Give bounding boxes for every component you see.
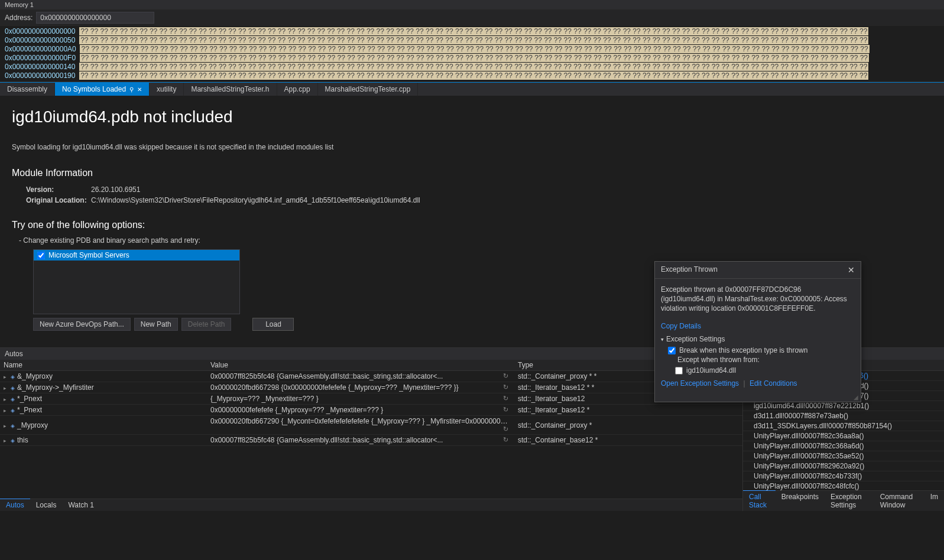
callstack-footer-tab[interactable]: Call Stack [743,490,776,511]
exception-title-bar[interactable]: Exception Thrown ✕ [655,262,861,279]
autos-row[interactable]: ▸◈*_Pnext{_Myproxy=??? _Mynextiter=??? }… [0,393,742,405]
page-message: Symbol loading for igd10iumd64.dll was s… [12,143,932,151]
callstack-footer-tab[interactable]: Im [924,491,944,511]
autos-row[interactable]: ▸◈&_Myproxy0x00007ff825b5fc48 {GameAssem… [0,371,742,382]
callstack-footer-tab[interactable]: Exception Settings [825,491,874,511]
autos-footer-tabs: AutosLocalsWatch 1 [0,499,742,511]
autos-col-name[interactable]: Name [0,360,207,370]
origloc-value: C:\Windows\System32\DriverStore\FileRepo… [91,196,420,204]
delete-path-button[interactable]: Delete Path [181,318,232,331]
memory-row[interactable]: 0x0000000000000050 ?? ?? ?? ?? ?? ?? ?? … [5,36,944,45]
callstack-row[interactable]: UnityPlayer.dll!00007ff82c36aa8a() [743,431,944,441]
autos-row[interactable]: ▸◈_Myproxy0x0000020fbd667290 {_Mycont=0x… [0,416,742,435]
memory-address-row: Address: [0,9,944,26]
break-on-exception-checkbox[interactable] [668,347,676,354]
autos-row[interactable]: ▸◈*_Pnext0x00000000fefefefe {_Myproxy=??… [0,405,742,416]
break-on-exception-label: Break when this exception type is thrown [679,346,807,355]
callstack-row[interactable]: d3d11_3SDKLayers.dll!00007ff850b87154() [743,421,944,431]
callstack-footer-tab[interactable]: Breakpoints [776,491,825,511]
document-tab[interactable]: xutility [150,83,184,96]
memory-row[interactable]: 0x00000000000000A0 ?? ?? ?? ?? ?? ?? ?? … [5,45,944,54]
option-change-paths: Change existing PDB and binary search pa… [26,236,932,245]
version-label: Version: [26,184,91,195]
callstack-row[interactable]: igd10iumd64.dll!00007ff87e2212b1() [743,401,944,411]
autos-grid-body[interactable]: ▸◈&_Myproxy0x00007ff825b5fc48 {GameAssem… [0,371,742,499]
copy-details-link[interactable]: Copy Details [661,322,701,330]
symbol-path-label: Microsoft Symbol Servers [48,251,129,259]
module-info: Version:26.20.100.6951 Original Location… [26,184,932,206]
options-list: Change existing PDB and binary search pa… [26,236,932,245]
memory-row[interactable]: 0x0000000000000000 ?? ?? ?? ?? ?? ?? ?? … [5,27,944,36]
edit-conditions-link[interactable]: Edit Conditions [750,379,797,388]
new-azure-path-button[interactable]: New Azure DevOps Path... [33,318,131,331]
resize-grip-icon[interactable]: ◢ [655,394,861,402]
autos-panel-header: Autos ▾ 📌 ✕ [0,348,742,360]
autos-title: Autos [5,350,23,358]
module-info-heading: Module Information [12,168,932,178]
callstack-row[interactable]: UnityPlayer.dll!00007ff829620a92() [743,461,944,471]
autos-footer-tab[interactable]: Watch 1 [62,499,100,511]
callstack-row[interactable]: UnityPlayer.dll!00007ff82c368a6d() [743,441,944,451]
document-tab[interactable]: No Symbols Loaded⚲✕ [55,83,150,96]
new-path-button[interactable]: New Path [134,318,178,331]
symbol-path-item[interactable]: Microsoft Symbol Servers [34,250,239,261]
except-module-label: igd10iumd64.dll [686,366,736,375]
except-when-label: Except when thrown from: [677,355,855,364]
autos-col-value[interactable]: Value [207,360,514,370]
tab-close-icon[interactable]: ✕ [137,86,142,93]
callstack-footer-tabs: Call StackBreakpointsException SettingsC… [743,490,944,511]
autos-row[interactable]: ▸◈&_Myproxy->_Myfirstiter0x0000020fbd667… [0,382,742,393]
symbol-path-list[interactable]: Microsoft Symbol Servers [33,249,240,314]
memory-panel: Memory 1 Address: 0x0000000000000000 ?? … [0,0,944,82]
callstack-row[interactable]: d3d11.dll!00007ff887e73aeb() [743,411,944,421]
autos-footer-tab[interactable]: Autos [0,499,30,511]
except-module-checkbox[interactable] [675,367,683,375]
memory-address-label: Address: [5,14,33,22]
callstack-footer-tab[interactable]: Command Window [874,491,924,511]
callstack-row[interactable]: UnityPlayer.dll!00007ff82c35ae52() [743,451,944,461]
origloc-label: Original Location: [26,195,91,206]
document-tab[interactable]: MarshalledStringTester.cpp [318,83,419,96]
page-heading: igd10iumd64.pdb not included [12,108,932,126]
memory-address-input[interactable] [36,12,154,24]
document-tab[interactable]: Disassembly [0,83,55,96]
exception-message: Exception thrown at 0x00007FF87DCD6C96 (… [661,285,855,313]
exception-settings-section: Exception Settings Break when this excep… [661,334,855,388]
symbol-path-checkbox[interactable] [37,252,45,259]
try-options-heading: Try one of the following options: [12,220,932,230]
autos-footer-tab[interactable]: Locals [30,499,63,511]
exception-close-button[interactable]: ✕ [848,265,855,275]
document-tab[interactable]: App.cpp [277,83,318,96]
exception-title: Exception Thrown [661,265,718,275]
autos-grid-header: Name Value Type [0,360,742,371]
version-value: 26.20.100.6951 [91,185,140,194]
memory-row[interactable]: 0x00000000000000F0 ?? ?? ?? ?? ?? ?? ?? … [5,54,944,63]
autos-row[interactable]: ▸◈this0x00007ff825b5fc48 {GameAssembly.d… [0,435,742,446]
callstack-row[interactable]: UnityPlayer.dll!00007ff82c48fcfc() [743,481,944,490]
exception-settings-header[interactable]: Exception Settings [661,334,855,344]
memory-row[interactable]: 0x0000000000000190 ?? ?? ?? ?? ?? ?? ?? … [5,71,944,80]
document-tab-strip: DisassemblyNo Symbols Loaded⚲✕xutilityMa… [0,82,944,96]
memory-panel-title: Memory 1 [0,0,944,9]
memory-row[interactable]: 0x0000000000000140 ?? ?? ?? ?? ?? ?? ?? … [5,63,944,71]
autos-panel: Autos ▾ 📌 ✕ Name Value Type ▸◈&_Myproxy0… [0,348,743,511]
main-area: igd10iumd64.pdb not included Symbol load… [0,96,944,347]
open-exception-settings-link[interactable]: Open Exception Settings [661,379,739,388]
document-tab[interactable]: MarshalledStringTester.h [184,83,277,96]
callstack-row[interactable]: UnityPlayer.dll!00007ff82c4b733f() [743,471,944,481]
exception-body: Exception thrown at 0x00007FF87DCD6C96 (… [655,279,861,394]
exception-popup: Exception Thrown ✕ Exception thrown at 0… [654,261,861,402]
load-button[interactable]: Load [252,318,294,331]
memory-hex-dump[interactable]: 0x0000000000000000 ?? ?? ?? ?? ?? ?? ?? … [0,26,944,82]
